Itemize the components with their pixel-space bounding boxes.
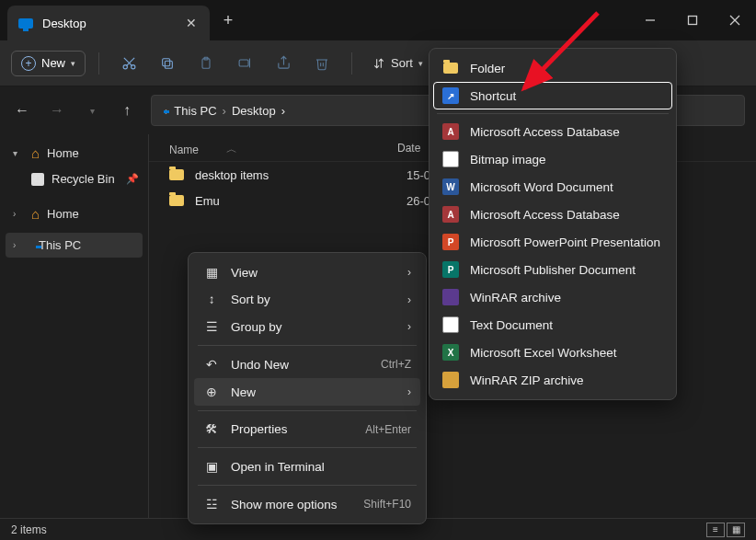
submenu-item[interactable]: AMicrosoft Access Database — [433, 118, 672, 145]
row-name: desktop items — [195, 168, 407, 182]
file-type-icon: A — [442, 206, 459, 223]
new-button[interactable]: + New ▾ — [11, 51, 86, 76]
up-button[interactable]: ↑ — [116, 102, 138, 119]
new-button-label: New — [41, 56, 65, 70]
col-date[interactable]: Date — [397, 142, 420, 157]
submenu-label: WinRAR ZIP archive — [470, 373, 584, 387]
submenu-item[interactable]: WinRAR ZIP archive — [433, 366, 672, 394]
close-tab-icon[interactable]: ✕ — [186, 16, 197, 30]
submenu-item[interactable]: AMicrosoft Access Database — [433, 201, 672, 228]
ctx-sort-by[interactable]: ↕Sort by› — [194, 286, 420, 313]
crumb-leaf[interactable]: Desktop — [232, 104, 276, 118]
row-date: 26-0 — [407, 194, 430, 208]
undo-icon: ↶ — [203, 357, 220, 372]
file-type-icon — [442, 372, 459, 388]
tab-title: Desktop — [42, 17, 177, 30]
share-button[interactable] — [267, 48, 300, 79]
submenu-item[interactable]: XMicrosoft Excel Worksheet — [433, 339, 672, 366]
active-tab[interactable]: Desktop ✕ — [7, 6, 210, 40]
sidebar: ▾⌂Home ♻Recycle Bin📌 ›⌂Home ›This PC — [0, 134, 149, 518]
cut-button[interactable] — [112, 48, 145, 79]
sidebar-label: Home — [47, 146, 79, 160]
row-name: Emu — [195, 194, 407, 208]
submenu-label: Text Document — [470, 318, 553, 332]
close-window-button[interactable] — [714, 0, 756, 40]
delete-button[interactable] — [305, 48, 338, 79]
sort-label: Sort — [391, 56, 413, 70]
new-tab-button[interactable]: + — [210, 0, 246, 40]
sort-icon: ↕ — [203, 293, 220, 306]
ctx-more-options[interactable]: ☳Show more optionsShift+F10 — [194, 490, 420, 518]
submenu-item[interactable]: Folder — [433, 54, 672, 82]
chevron-right-icon: › — [407, 293, 411, 306]
svg-rect-1 — [689, 17, 697, 25]
row-date: 15-0 — [407, 168, 430, 182]
submenu-item[interactable]: PMicrosoft PowerPoint Presentation — [433, 228, 672, 256]
ctx-undo[interactable]: ↶Undo NewCtrl+Z — [194, 350, 420, 378]
recycle-bin-icon: ♻ — [31, 173, 44, 186]
crumb-root[interactable]: This PC — [174, 104, 216, 118]
sidebar-label: Recycle Bin — [52, 172, 115, 186]
chevron-right-icon: › — [407, 385, 411, 398]
file-type-icon: P — [442, 234, 459, 250]
more-icon: ☳ — [203, 497, 220, 511]
ctx-properties[interactable]: 🛠PropertiesAlt+Enter — [194, 416, 420, 442]
sort-button[interactable]: Sort ▾ — [365, 52, 430, 75]
group-icon: ☰ — [203, 319, 220, 334]
submenu-item[interactable]: PMicrosoft Publisher Document — [433, 256, 672, 283]
sort-icon — [372, 57, 385, 70]
submenu-item[interactable]: WMicrosoft Word Document — [433, 173, 672, 201]
svg-rect-9 — [163, 58, 170, 65]
sidebar-recycle-bin[interactable]: ♻Recycle Bin📌 — [0, 167, 148, 191]
back-button[interactable]: ← — [11, 102, 33, 119]
submenu-label: WinRAR archive — [470, 291, 561, 304]
sidebar-home[interactable]: ▾⌂Home — [0, 140, 148, 167]
maximize-button[interactable] — [671, 0, 714, 40]
ctx-new[interactable]: ⊕New› — [194, 378, 420, 406]
plus-icon: ⊕ — [203, 385, 220, 399]
file-type-icon — [442, 60, 459, 76]
chevron-down-icon: ▾ — [71, 59, 75, 68]
submenu-item[interactable]: ↗Shortcut — [433, 82, 672, 109]
titlebar: Desktop ✕ + — [0, 0, 756, 40]
file-type-icon: X — [442, 344, 459, 361]
submenu-label: Bitmap image — [470, 153, 546, 167]
recent-dropdown[interactable]: ▾ — [81, 106, 103, 116]
sidebar-label: This PC — [39, 238, 81, 252]
submenu-label: Microsoft Publisher Document — [470, 263, 636, 277]
plus-icon: + — [21, 56, 36, 71]
ctx-view[interactable]: ▦View› — [194, 259, 420, 286]
properties-icon: 🛠 — [203, 422, 220, 436]
submenu-label: Microsoft Access Database — [470, 208, 620, 222]
file-type-icon — [442, 289, 459, 305]
paste-button[interactable] — [189, 48, 223, 79]
sidebar-label: Home — [47, 207, 79, 221]
submenu-item[interactable]: WinRAR archive — [433, 283, 672, 311]
sort-indicator-icon: ︿ — [226, 142, 237, 157]
rename-button[interactable] — [228, 48, 261, 79]
submenu-label: Shortcut — [470, 89, 516, 103]
ctx-group-by[interactable]: ☰Group by› — [194, 313, 420, 340]
sidebar-this-pc[interactable]: ›This PC — [6, 233, 143, 258]
file-type-icon — [442, 316, 459, 333]
submenu-item[interactable]: Bitmap image — [433, 145, 672, 173]
copy-button[interactable] — [151, 48, 184, 79]
minimize-button[interactable] — [629, 0, 671, 40]
sidebar-home2[interactable]: ›⌂Home — [0, 201, 148, 227]
home-icon: ⌂ — [31, 145, 40, 161]
submenu-label: Folder — [470, 62, 505, 75]
ctx-terminal[interactable]: ▣Open in Terminal — [194, 453, 420, 480]
view-icon: ▦ — [203, 265, 220, 280]
file-type-icon: ↗ — [442, 87, 459, 104]
col-name[interactable]: Name — [169, 144, 199, 156]
file-type-icon: P — [442, 261, 459, 278]
forward-button[interactable]: → — [46, 102, 68, 119]
submenu-label: Microsoft Word Document — [470, 180, 613, 194]
submenu-item[interactable]: Text Document — [433, 311, 672, 339]
folder-icon — [169, 193, 186, 208]
details-view-button[interactable]: ≡ — [706, 523, 725, 537]
submenu-label: Microsoft PowerPoint Presentation — [470, 236, 660, 249]
grid-view-button[interactable]: ▦ — [727, 523, 745, 537]
desktop-icon — [18, 16, 33, 30]
file-type-icon: A — [442, 123, 459, 140]
